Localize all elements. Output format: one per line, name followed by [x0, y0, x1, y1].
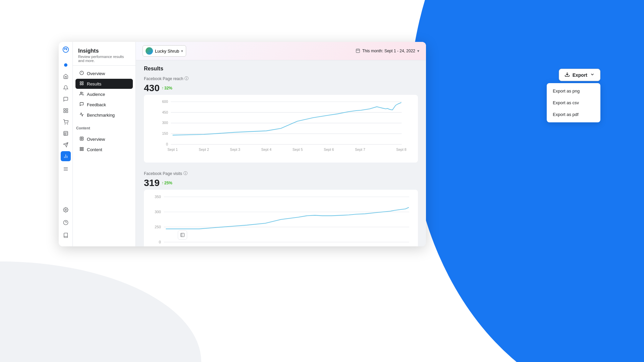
content-section-label: Content: [73, 123, 136, 131]
svg-rect-22: [80, 82, 81, 83]
header-left: Lucky Shrub ▾: [143, 45, 186, 57]
metric-1-value: 430 ↑ 32%: [144, 83, 418, 94]
svg-text:150: 150: [162, 131, 168, 135]
grid-icon[interactable]: [61, 106, 71, 116]
bell-icon[interactable]: [61, 83, 71, 93]
svg-point-16: [65, 209, 66, 210]
export-dropdown: Export as png Export as csv Export as pd…: [547, 83, 600, 122]
nav-title: Insights: [78, 48, 130, 54]
svg-rect-33: [181, 233, 184, 237]
nav-item-feedback[interactable]: Feedback: [75, 100, 133, 110]
export-button[interactable]: Export: [559, 69, 600, 81]
cart-icon[interactable]: [61, 117, 71, 127]
feedback-icon: [79, 102, 84, 107]
date-chevron-icon: ▾: [417, 49, 419, 53]
main-header: Lucky Shrub ▾ This month: Sept 1 - 24, 2…: [136, 42, 426, 60]
meta-logo-icon: [62, 46, 69, 55]
megaphone-icon[interactable]: [61, 140, 71, 150]
metric-2-up-icon: ↑: [162, 181, 164, 185]
results-title: Results: [144, 66, 418, 72]
collapse-sidebar-button[interactable]: [178, 230, 187, 240]
content-nav-items: Overview Content: [73, 131, 136, 157]
nav-item-content-overview[interactable]: Overview: [75, 134, 133, 144]
nav-item-audience[interactable]: Audience: [75, 89, 133, 99]
svg-text:450: 450: [162, 110, 168, 114]
export-csv-option[interactable]: Export as csv: [547, 97, 600, 109]
export-label: Export: [573, 72, 587, 78]
metric-1-info-icon[interactable]: ⓘ: [184, 76, 189, 81]
account-name: Lucky Shrub: [155, 49, 179, 54]
svg-text:Sept 1: Sept 1: [167, 147, 178, 152]
menu-icon[interactable]: [61, 164, 71, 174]
nav-item-content[interactable]: Content: [75, 144, 133, 155]
svg-rect-31: [82, 149, 83, 151]
nav-item-overview[interactable]: Overview: [75, 68, 133, 78]
svg-rect-25: [82, 84, 83, 85]
svg-text:Sept 2: Sept 2: [199, 147, 209, 152]
svg-text:Sept 5: Sept 5: [292, 147, 303, 152]
svg-rect-2: [66, 111, 68, 113]
svg-rect-27: [80, 137, 83, 140]
svg-text:Sept 8: Sept 8: [396, 147, 407, 152]
svg-text:Sept 6: Sept 6: [326, 246, 337, 247]
export-chevron-icon: [590, 72, 595, 78]
icon-sidebar: [59, 42, 73, 246]
content-overview-icon: [79, 136, 84, 142]
date-range[interactable]: This month: Sept 1 - 24, 2022 ▾: [356, 48, 419, 54]
svg-rect-3: [64, 111, 65, 113]
metric-1-up-icon: ↑: [162, 86, 164, 90]
svg-text:Sept 1: Sept 1: [160, 246, 171, 247]
performance-nav-items: Overview Results Audience Feedback: [73, 66, 136, 123]
svg-rect-0: [64, 109, 65, 110]
svg-rect-24: [80, 84, 81, 85]
benchmarking-label: Benchmarking: [87, 113, 115, 118]
overview-icon: [79, 71, 84, 76]
svg-text:0: 0: [166, 142, 168, 146]
svg-text:Sept 2: Sept 2: [194, 246, 205, 247]
metric-1-block: Facebook Page reach ⓘ 430 ↑ 32%: [144, 76, 418, 163]
account-selector[interactable]: Lucky Shrub ▾: [143, 45, 186, 57]
nav-header: Insights Review performance results and …: [73, 42, 136, 66]
svg-text:Sept 4: Sept 4: [261, 147, 272, 152]
book-icon[interactable]: [61, 230, 71, 240]
metric-1-change: ↑ 32%: [162, 86, 172, 90]
results-label: Results: [87, 81, 101, 86]
svg-text:350: 350: [155, 195, 161, 199]
chart-2-svg: 350 300 250 0 Sept 1 Sept 2 Sept 3 Sept …: [148, 193, 414, 246]
nav-sidebar: Insights Review performance results and …: [73, 42, 136, 246]
svg-rect-6: [64, 131, 68, 135]
settings-icon[interactable]: [61, 205, 71, 215]
svg-rect-29: [80, 147, 81, 149]
svg-rect-35: [356, 49, 360, 53]
notification-dot-icon[interactable]: [61, 60, 71, 70]
home-icon[interactable]: [61, 71, 71, 81]
svg-point-5: [67, 124, 67, 124]
chat-icon[interactable]: [61, 94, 71, 104]
metric-2-info-icon[interactable]: ⓘ: [183, 171, 187, 176]
chart-1-svg: 600 450 300 150 0 Sept 1 Sept 2 Sept 3 S…: [148, 98, 414, 159]
calendar-icon: [356, 48, 360, 54]
svg-text:Sept 6: Sept 6: [324, 147, 334, 152]
content-area: Results Facebook Page reach ⓘ 430 ↑ 32%: [136, 60, 426, 246]
export-png-option[interactable]: Export as png: [547, 85, 600, 97]
svg-rect-1: [66, 109, 68, 110]
chart-bar-icon[interactable]: [61, 151, 71, 161]
metric-2-change: ↑ 25%: [162, 181, 172, 185]
export-pdf-option[interactable]: Export as pdf: [547, 109, 600, 120]
metric-2-label: Facebook Page visits ⓘ: [144, 171, 418, 176]
account-avatar: [146, 47, 153, 55]
table-icon[interactable]: [61, 128, 71, 138]
svg-text:Sept 3: Sept 3: [230, 147, 240, 152]
svg-rect-23: [82, 82, 83, 83]
svg-text:250: 250: [155, 225, 161, 229]
nav-subtitle: Review performance results and more.: [78, 55, 130, 63]
content-overview-label: Overview: [87, 137, 105, 142]
main-content: Lucky Shrub ▾ This month: Sept 1 - 24, 2…: [136, 42, 426, 246]
svg-text:0: 0: [159, 240, 161, 244]
nav-item-benchmarking[interactable]: Benchmarking: [75, 110, 133, 120]
export-download-icon: [565, 72, 570, 78]
account-chevron: ▾: [181, 49, 183, 53]
help-icon[interactable]: [61, 218, 71, 228]
benchmarking-icon: [79, 112, 84, 118]
nav-item-results[interactable]: Results: [75, 79, 133, 89]
